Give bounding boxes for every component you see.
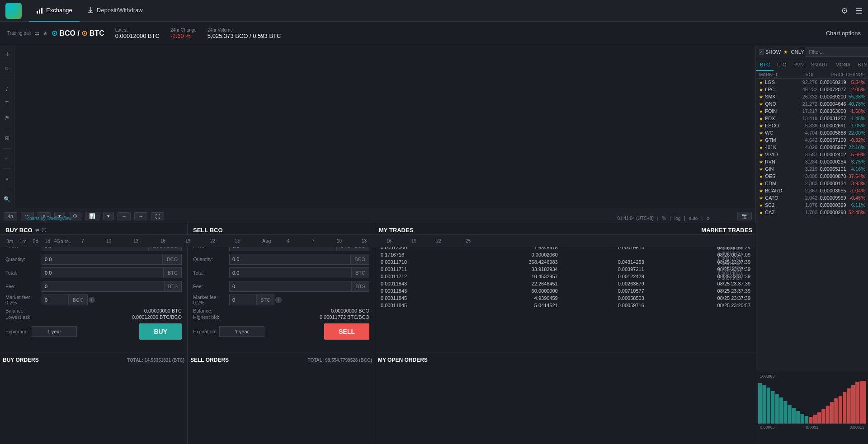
text-tool[interactable]: T: [2, 98, 13, 109]
market-star-icon[interactable]: ★: [759, 196, 763, 201]
list-item[interactable]: ★ WC 4.704 0.00005888 22.00%: [756, 129, 868, 136]
interval-button[interactable]: 4h: [4, 212, 17, 220]
indicators-more-button[interactable]: ▾: [103, 212, 114, 220]
time-1d[interactable]: 1d: [42, 238, 53, 245]
tab-bts[interactable]: BTS: [854, 59, 868, 71]
tab-ltc[interactable]: LTC: [774, 59, 790, 71]
indicator-tool[interactable]: ⌖: [2, 173, 13, 184]
market-filter-input[interactable]: [806, 47, 868, 57]
list-item[interactable]: ★ GTM 4.642 0.00037100 -0.32%: [756, 136, 868, 144]
star-icon[interactable]: ★: [43, 30, 48, 37]
list-item[interactable]: ★ RVN 3.284 0.00000254 3.75%: [756, 158, 868, 165]
time-5d[interactable]: 5d: [30, 238, 41, 245]
time-goto[interactable]: Go to...: [54, 238, 75, 245]
tab-deposit-withdraw[interactable]: Deposit/Withdraw: [80, 0, 150, 22]
back-tool[interactable]: ←: [2, 153, 13, 164]
market-star-icon[interactable]: ★: [759, 80, 763, 85]
tab-smart[interactable]: SMART: [807, 59, 832, 71]
market-star-icon[interactable]: ★: [759, 159, 763, 164]
back-button[interactable]: ←: [118, 212, 131, 220]
list-item[interactable]: ★ QNO 21.272 0.00004646 40.78%: [756, 100, 868, 107]
annotation-tool[interactable]: ⚑: [2, 112, 13, 123]
sell-fee-input[interactable]: [229, 281, 352, 292]
measure-tool[interactable]: ⊞: [2, 133, 13, 144]
sell-market-fee-info[interactable]: i: [275, 297, 282, 303]
show-checkbox[interactable]: [759, 49, 764, 55]
list-item[interactable]: ★ SC2 1.876 0.00000399 6.11%: [756, 201, 868, 209]
indicators-button[interactable]: 📊: [85, 212, 99, 220]
list-item[interactable]: ★ 401K 4.029 0.00005997 22.16%: [756, 144, 868, 151]
market-star-icon[interactable]: ★: [759, 174, 763, 179]
buy-market-fee-input[interactable]: [42, 294, 69, 305]
list-item[interactable]: ★ ESCO 5.839 0.00002691 1.05%: [756, 122, 868, 129]
crosshair-tool[interactable]: ✛: [2, 49, 13, 60]
chart-settings-icon[interactable]: ⚙: [706, 216, 710, 221]
market-star-icon[interactable]: ★: [759, 131, 763, 136]
list-item[interactable]: ★ VIVID 3.587 0.00002402 -5.69%: [756, 151, 868, 158]
fullscreen-button[interactable]: ⛶: [151, 212, 164, 220]
buy-expiry-input[interactable]: [32, 326, 77, 337]
time-1m[interactable]: 1m: [17, 238, 29, 245]
buy-market-fee-suffix: BCO: [69, 294, 88, 305]
buy-shuffle-icon[interactable]: ⇄: [35, 228, 39, 233]
zoom-tool[interactable]: 🔍: [2, 194, 13, 205]
sell-total-input[interactable]: [229, 267, 351, 278]
market-vol: 21.272: [793, 101, 817, 107]
market-star-icon[interactable]: ★: [759, 145, 763, 150]
list-item[interactable]: ★ GIN 3.219 0.00065101 4.16%: [756, 165, 868, 173]
buy-quantity-input[interactable]: [42, 254, 163, 265]
list-item[interactable]: ★ PDX 13.419 0.00031257 1.45%: [756, 115, 868, 122]
trade-btc: 0.00058503: [560, 294, 646, 302]
market-star-icon[interactable]: ★: [759, 181, 763, 186]
market-star-icon[interactable]: ★: [759, 210, 763, 215]
sell-action-row: Expiration: SELL: [193, 323, 369, 340]
tab-btc[interactable]: BTC: [756, 59, 774, 71]
list-item[interactable]: ★ CATO 2.042 0.00009959 -0.46%: [756, 194, 868, 201]
buy-info-icon[interactable]: ⓘ: [42, 227, 46, 234]
buy-market-fee-row: Market fee: 0.2% BCO i: [5, 294, 182, 305]
trade-btc: 0.00122429: [560, 273, 646, 280]
sell-market-fee-input[interactable]: [229, 294, 256, 305]
buy-market-fee-info[interactable]: i: [89, 297, 95, 303]
list-item[interactable]: ★ BCARD 2.367 0.00003955 -1.04%: [756, 187, 868, 194]
list-item[interactable]: ★ CAZ 1.703 0.00000290 -52.45%: [756, 209, 868, 216]
camera-button[interactable]: 📷: [737, 212, 752, 220]
list-item[interactable]: ★ OES 3.000 0.00000870 -37.64%: [756, 173, 868, 180]
market-star-icon[interactable]: ★: [759, 203, 763, 208]
list-item[interactable]: ★ CDM 2.883 0.00000134 -3.93%: [756, 180, 868, 187]
tab-rvn[interactable]: RVN: [790, 59, 807, 71]
time-3m[interactable]: 3m: [4, 238, 16, 245]
list-item[interactable]: ★ FOIN 17.217 0.06363000 -1.68%: [756, 107, 868, 115]
market-star-icon[interactable]: ★: [759, 109, 763, 114]
market-star-icon[interactable]: ★: [759, 138, 763, 143]
list-item[interactable]: ★ LPC 49.232 0.00072077 -2.06%: [756, 86, 868, 93]
sell-quantity-input[interactable]: [229, 254, 350, 265]
forward-button[interactable]: →: [134, 212, 147, 220]
market-star-icon[interactable]: ★: [759, 116, 763, 121]
list-item[interactable]: ★ SMK 26.332 0.00069200 55.38%: [756, 93, 868, 100]
list-item[interactable]: ★ LGS 92.276 0.00160219 -5.54%: [756, 79, 868, 86]
market-star-icon[interactable]: ★: [759, 167, 763, 172]
trend-tool[interactable]: /: [2, 84, 13, 94]
market-star-icon[interactable]: ★: [759, 87, 763, 92]
svg-rect-198: [855, 382, 859, 424]
shuffle-icon[interactable]: ⇄: [35, 30, 39, 37]
buy-total-input[interactable]: [42, 267, 164, 278]
buy-fee-input[interactable]: [42, 281, 164, 292]
market-star-icon[interactable]: ★: [759, 123, 763, 128]
draw-tool[interactable]: ✏: [2, 63, 13, 74]
settings-icon[interactable]: ⚙: [841, 6, 848, 16]
market-star-icon[interactable]: ★: [759, 152, 763, 157]
tab-mona[interactable]: MONA: [832, 59, 854, 71]
sell-expiry-input[interactable]: [219, 326, 264, 337]
chart-options-button[interactable]: Chart options: [826, 30, 861, 37]
menu-icon[interactable]: ☰: [855, 6, 863, 16]
tab-exchange[interactable]: Exchange: [29, 0, 80, 22]
market-vol: 4.029: [793, 145, 817, 150]
market-star-icon[interactable]: ★: [759, 94, 763, 99]
market-star-icon[interactable]: ★: [759, 188, 763, 193]
buy-button[interactable]: BUY: [139, 323, 182, 340]
sell-button[interactable]: SELL: [324, 323, 369, 340]
market-price: 0.06363000: [817, 108, 846, 114]
market-star-icon[interactable]: ★: [759, 102, 763, 107]
